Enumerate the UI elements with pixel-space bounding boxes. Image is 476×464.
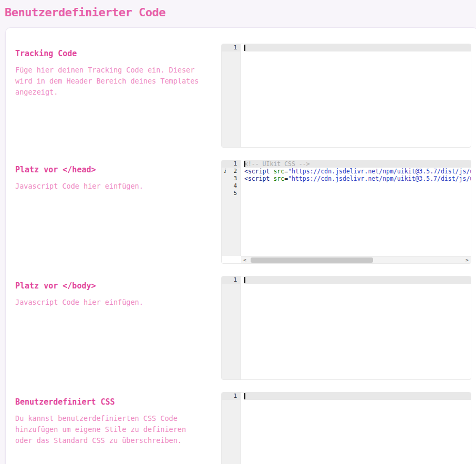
code-line <box>244 276 471 284</box>
text-cursor <box>244 393 245 399</box>
line-number[interactable]: 1 <box>222 276 240 284</box>
code-editor-tracking[interactable]: 1 <box>221 44 471 148</box>
text-cursor <box>244 45 245 51</box>
section-title: Benutzerdefiniert CSS <box>15 397 213 407</box>
scrollbar-track[interactable] <box>249 256 463 263</box>
section-description: Javascript Code hier einfügen. <box>15 181 204 192</box>
code-token: <script <box>244 175 270 182</box>
editor-main: 1i2345 <!-- UIkit CSS --><script src="ht… <box>222 160 471 256</box>
editor-gutter[interactable]: 1 <box>222 276 241 379</box>
code-token: "https://cdn.jsdelivr.net/npm/uikit@3.5.… <box>288 175 471 182</box>
page-title: Benutzerdefinierter Code <box>0 0 476 27</box>
section-info: Benutzerdefiniert CSS Du kannst benutzer… <box>15 392 221 464</box>
section-before-head: Platz vor </head> Javascript Code hier e… <box>15 160 471 264</box>
section-description: Füge hier deinen Tracking Code ein. Dies… <box>15 65 204 98</box>
text-cursor <box>244 161 245 167</box>
code-line: <!-- UIkit CSS --> <box>244 160 471 168</box>
line-number[interactable]: 4 <box>222 182 240 190</box>
section-title: Platz vor </body> <box>15 281 213 291</box>
editor-content[interactable] <box>241 276 471 379</box>
settings-card: Tracking Code Füge hier deinen Tracking … <box>5 27 476 464</box>
code-line: <script src="https://cdn.jsdelivr.net/np… <box>244 168 471 175</box>
code-token: <!-- UIkit CSS --> <box>244 160 310 168</box>
editor-gutter[interactable]: 1i2345 <box>222 160 241 256</box>
section-description: Du kannst benutzerdefinierten CSS Code h… <box>15 413 204 446</box>
code-token: src <box>273 168 284 175</box>
section-before-body: Platz vor </body> Javascript Code hier e… <box>15 276 471 380</box>
section-info: Platz vor </head> Javascript Code hier e… <box>15 160 221 264</box>
scroll-left-arrow[interactable]: < <box>241 256 249 263</box>
section-tracking-code: Tracking Code Füge hier deinen Tracking … <box>15 44 471 148</box>
line-number[interactable]: 3 <box>222 175 240 182</box>
section-title: Tracking Code <box>15 49 213 58</box>
editor-main: 1 <box>222 276 471 379</box>
text-cursor <box>244 277 245 283</box>
editor-content[interactable]: <!-- UIkit CSS --><script src="https://c… <box>241 160 471 256</box>
section-title: Platz vor </head> <box>15 165 213 174</box>
horizontal-scrollbar[interactable]: <> <box>241 256 471 263</box>
editor-content[interactable] <box>241 393 471 464</box>
line-number[interactable]: 5 <box>222 190 240 197</box>
scroll-right-arrow[interactable]: > <box>463 256 471 263</box>
line-number[interactable]: 1 <box>222 160 240 168</box>
active-line-highlight <box>244 393 471 400</box>
line-number[interactable]: 1 <box>222 44 240 51</box>
line-number[interactable]: i2 <box>222 168 240 175</box>
line-number[interactable]: 1 <box>222 393 240 400</box>
code-editor-before-head[interactable]: 1i2345 <!-- UIkit CSS --><script src="ht… <box>221 160 471 264</box>
section-description: Javascript Code hier einfügen. <box>15 297 204 308</box>
code-line <box>244 393 471 400</box>
editor-content[interactable] <box>241 44 471 147</box>
scrollbar-thumb[interactable] <box>251 257 373 263</box>
code-token: <script <box>244 168 270 175</box>
code-editor-before-body[interactable]: 1 <box>221 276 471 380</box>
code-token: "https://cdn.jsdelivr.net/npm/uikit@3.5.… <box>288 168 471 175</box>
section-info: Platz vor </body> Javascript Code hier e… <box>15 276 221 380</box>
info-annotation-icon: i <box>224 168 226 175</box>
active-line-highlight <box>244 276 471 284</box>
editor-main: 1 <box>222 393 471 464</box>
code-line <box>244 182 471 190</box>
editor-gutter[interactable]: 1 <box>222 393 241 464</box>
section-custom-css: Benutzerdefiniert CSS Du kannst benutzer… <box>15 392 471 464</box>
code-line <box>244 44 471 51</box>
code-line <box>244 190 471 197</box>
active-line-highlight <box>244 44 471 51</box>
section-info: Tracking Code Füge hier deinen Tracking … <box>15 44 221 148</box>
code-line: <script src="https://cdn.jsdelivr.net/np… <box>244 175 471 182</box>
code-editor-custom-css[interactable]: 1 <box>221 392 471 464</box>
code-token: src <box>273 175 284 182</box>
editor-main: 1 <box>222 44 471 147</box>
editor-gutter[interactable]: 1 <box>222 44 241 147</box>
